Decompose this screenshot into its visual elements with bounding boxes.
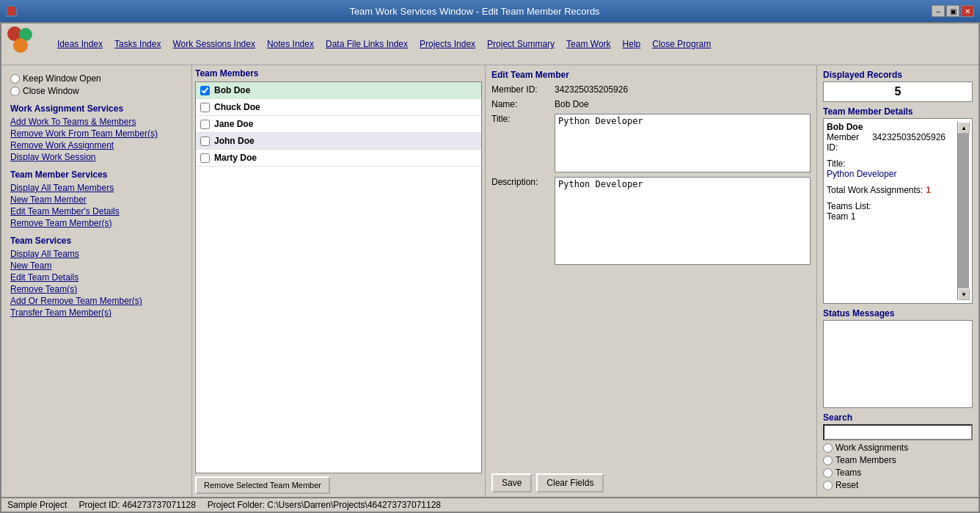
search-option-teams[interactable]: Teams bbox=[823, 467, 973, 478]
search-radio-team-members[interactable] bbox=[823, 456, 833, 465]
description-row: Description: bbox=[491, 177, 811, 265]
sidebar-add-work[interactable]: Add Work To Teams & Members bbox=[10, 117, 183, 127]
sidebar-transfer-member[interactable]: Transfer Team Member(s) bbox=[10, 308, 183, 318]
sidebar-edit-team-details[interactable]: Edit Team Details bbox=[10, 272, 183, 283]
restore-button[interactable]: ▣ bbox=[946, 5, 959, 17]
nav-work-sessions-index[interactable]: Work Sessions Index bbox=[167, 37, 261, 51]
sidebar-display-all-teams[interactable]: Display All Teams bbox=[10, 249, 183, 259]
sidebar-edit-member-details[interactable]: Edit Team Member's Details bbox=[10, 206, 183, 217]
sidebar-remove-work-member[interactable]: Remove Work From Team Member(s) bbox=[10, 128, 183, 139]
search-options: Work Assignments Team Members Teams Rese… bbox=[823, 443, 973, 490]
keep-window-open-option[interactable]: Keep Window Open bbox=[10, 73, 183, 84]
team-member-services-title: Team Member Services bbox=[10, 170, 183, 180]
scrollbar-up-button[interactable]: ▲ bbox=[958, 122, 970, 134]
member-item-marty[interactable]: Marty Doe bbox=[196, 150, 481, 167]
nav-notes-index[interactable]: Notes Index bbox=[261, 37, 320, 51]
scrollbar: ▲ ▼ bbox=[957, 122, 969, 300]
member-item-bob[interactable]: Bob Doe bbox=[196, 82, 481, 99]
name-label: Name: bbox=[491, 99, 550, 109]
search-option-work-assignments[interactable]: Work Assignments bbox=[823, 443, 973, 453]
status-project-id-label: Project ID: bbox=[78, 500, 120, 510]
keep-window-open-label: Keep Window Open bbox=[23, 73, 101, 84]
nav-close-program[interactable]: Close Program bbox=[646, 37, 717, 51]
displayed-records-title: Displayed Records bbox=[823, 70, 973, 80]
status-bar: Sample Project Project ID: 4642737370711… bbox=[1, 497, 979, 512]
close-window-radio[interactable] bbox=[10, 87, 20, 96]
sidebar-add-remove-member[interactable]: Add Or Remove Team Member(s) bbox=[10, 296, 183, 306]
description-input[interactable] bbox=[555, 177, 811, 265]
details-content: Bob Doe Member ID: 342325035205926 Title… bbox=[827, 122, 957, 300]
team-services-title: Team Services bbox=[10, 236, 183, 246]
displayed-records-box: 5 bbox=[823, 81, 973, 102]
search-label-teams: Teams bbox=[835, 467, 861, 478]
svg-rect-1 bbox=[7, 7, 16, 15]
team-members-panel-title: Team Members bbox=[195, 68, 482, 79]
member-checkbox-marty[interactable] bbox=[200, 153, 210, 163]
sidebar-display-work-session[interactable]: Display Work Session bbox=[10, 152, 183, 162]
sidebar-remove-team[interactable]: Remove Team(s) bbox=[10, 284, 183, 294]
member-name-jane: Jane Doe bbox=[214, 119, 253, 129]
close-window-option[interactable]: Close Window bbox=[10, 86, 183, 96]
nav-data-file-links-index[interactable]: Data File Links Index bbox=[320, 37, 414, 51]
status-project-id: Project ID: 464273737071128 bbox=[78, 500, 195, 510]
nav-ideas-index[interactable]: Ideas Index bbox=[51, 37, 109, 51]
member-name-bob: Bob Doe bbox=[214, 85, 250, 95]
sidebar-new-team-member[interactable]: New Team Member bbox=[10, 194, 183, 205]
save-button[interactable]: Save bbox=[491, 473, 532, 492]
status-folder-label: Project Folder: bbox=[208, 500, 265, 510]
search-label-reset: Reset bbox=[835, 480, 858, 490]
details-work-value: 1 bbox=[926, 185, 931, 195]
search-section: Search Work Assignments Team Members Tea… bbox=[823, 412, 973, 492]
close-button[interactable]: ✕ bbox=[961, 5, 974, 17]
nav-tasks-index[interactable]: Tasks Index bbox=[109, 37, 167, 51]
member-item-jane[interactable]: Jane Doe bbox=[196, 116, 481, 133]
details-member-id-value: 342325035205926 bbox=[872, 132, 946, 153]
edit-panel-title: Edit Team Member bbox=[491, 70, 811, 80]
sidebar: Keep Window Open Close Window Work Assig… bbox=[1, 65, 192, 497]
description-label: Description: bbox=[491, 177, 550, 187]
sidebar-new-team[interactable]: New Team bbox=[10, 261, 183, 271]
member-item-chuck[interactable]: Chuck Doe bbox=[196, 99, 481, 116]
title-input[interactable] bbox=[555, 114, 811, 172]
nav-help[interactable]: Help bbox=[617, 37, 647, 51]
content-area: Keep Window Open Close Window Work Assig… bbox=[1, 65, 979, 497]
logo bbox=[7, 26, 43, 62]
sidebar-remove-work-assignment[interactable]: Remove Work Assignment bbox=[10, 140, 183, 150]
member-checkbox-chuck[interactable] bbox=[200, 103, 210, 112]
member-checkbox-bob[interactable] bbox=[200, 86, 210, 95]
search-radio-work-assignments[interactable] bbox=[823, 443, 833, 453]
minimize-button[interactable]: – bbox=[932, 5, 945, 17]
details-work-row: Total Work Assignments: 1 bbox=[827, 185, 946, 195]
nav-project-summary[interactable]: Project Summary bbox=[481, 37, 560, 51]
member-checkbox-john[interactable] bbox=[200, 137, 210, 146]
scrollbar-down-button[interactable]: ▼ bbox=[958, 288, 970, 300]
search-input[interactable] bbox=[823, 424, 973, 440]
edit-panel: Edit Team Member Member ID: 342325035205… bbox=[486, 65, 817, 497]
keep-window-open-radio[interactable] bbox=[10, 74, 20, 84]
team-member-details-box: Bob Doe Member ID: 342325035205926 Title… bbox=[823, 118, 973, 304]
title-row: Title: bbox=[491, 114, 811, 172]
work-assignment-services-title: Work Assignment Services bbox=[10, 103, 183, 114]
status-project-folder: Project Folder: C:\Users\Darren\Projects… bbox=[208, 500, 441, 510]
search-option-reset[interactable]: Reset bbox=[823, 480, 973, 490]
search-radio-reset[interactable] bbox=[823, 481, 833, 490]
member-checkbox-jane[interactable] bbox=[200, 120, 210, 129]
nav-projects-index[interactable]: Projects Index bbox=[414, 37, 481, 51]
sidebar-remove-team-member[interactable]: Remove Team Member(s) bbox=[10, 218, 183, 228]
team-member-details-title: Team Member Details bbox=[823, 106, 973, 117]
search-option-team-members[interactable]: Team Members bbox=[823, 455, 973, 465]
clear-fields-button[interactable]: Clear Fields bbox=[536, 473, 604, 492]
status-project-id-value: 464273737071128 bbox=[122, 500, 196, 510]
details-title-value: Python Developer bbox=[827, 169, 946, 179]
sidebar-display-all-members[interactable]: Display All Team Members bbox=[10, 183, 183, 193]
details-work-label: Total Work Assignments: bbox=[827, 185, 923, 195]
status-folder-value: C:\Users\Darren\Projects\464273737071128 bbox=[267, 500, 441, 510]
member-item-john[interactable]: John Doe bbox=[196, 133, 481, 150]
search-title: Search bbox=[823, 412, 973, 423]
nav-team-work[interactable]: Team Work bbox=[560, 37, 616, 51]
details-teams-value: Team 1 bbox=[827, 211, 946, 222]
remove-selected-member-button[interactable]: Remove Selected Team Member bbox=[195, 476, 330, 494]
status-messages-box bbox=[823, 320, 973, 408]
search-radio-teams[interactable] bbox=[823, 468, 833, 478]
search-label-work-assignments: Work Assignments bbox=[835, 443, 908, 453]
